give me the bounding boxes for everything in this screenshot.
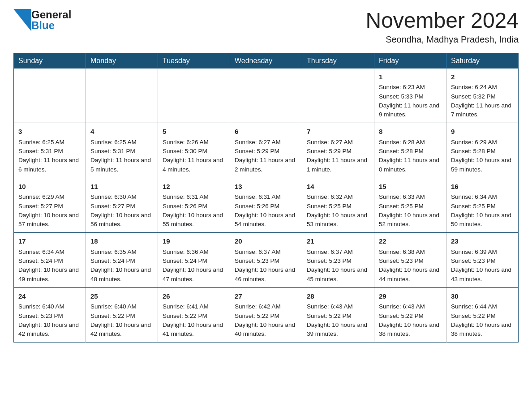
calendar-week-row: 3Sunrise: 6:25 AM Sunset: 5:31 PM Daylig…: [14, 123, 519, 178]
day-info: Sunrise: 6:34 AM Sunset: 5:24 PM Dayligh…: [18, 248, 79, 283]
table-row: 13Sunrise: 6:31 AM Sunset: 5:26 PM Dayli…: [230, 178, 302, 233]
table-row: 18Sunrise: 6:35 AM Sunset: 5:24 PM Dayli…: [86, 233, 158, 288]
calendar-week-row: 10Sunrise: 6:29 AM Sunset: 5:27 PM Dayli…: [14, 178, 519, 233]
table-row: [14, 68, 86, 123]
table-row: 19Sunrise: 6:36 AM Sunset: 5:24 PM Dayli…: [158, 233, 230, 288]
col-wednesday: Wednesday: [230, 53, 302, 68]
location-subtitle: Seondha, Madhya Pradesh, India: [365, 34, 519, 45]
calendar-header-row: Sunday Monday Tuesday Wednesday Thursday…: [14, 53, 519, 68]
svg-marker-0: [13, 9, 31, 31]
day-info: Sunrise: 6:43 AM Sunset: 5:22 PM Dayligh…: [379, 303, 439, 337]
calendar-week-row: 1Sunrise: 6:23 AM Sunset: 5:33 PM Daylig…: [14, 68, 519, 123]
table-row: 30Sunrise: 6:44 AM Sunset: 5:22 PM Dayli…: [446, 287, 519, 342]
day-number: 30: [451, 291, 514, 302]
day-number: 21: [307, 236, 369, 247]
logo-icon: [13, 9, 31, 31]
table-row: 24Sunrise: 6:40 AM Sunset: 5:23 PM Dayli…: [14, 287, 86, 342]
col-thursday: Thursday: [302, 53, 374, 68]
day-info: Sunrise: 6:35 AM Sunset: 5:24 PM Dayligh…: [90, 248, 151, 283]
day-info: Sunrise: 6:31 AM Sunset: 5:26 PM Dayligh…: [163, 193, 223, 227]
day-number: 25: [90, 291, 153, 302]
table-row: 26Sunrise: 6:41 AM Sunset: 5:22 PM Dayli…: [158, 287, 230, 342]
logo-blue-text: Blue: [31, 20, 71, 31]
day-number: 20: [235, 236, 297, 247]
day-info: Sunrise: 6:37 AM Sunset: 5:23 PM Dayligh…: [307, 248, 367, 283]
day-info: Sunrise: 6:33 AM Sunset: 5:25 PM Dayligh…: [379, 193, 439, 227]
day-number: 26: [163, 291, 225, 302]
table-row: [302, 68, 374, 123]
day-info: Sunrise: 6:34 AM Sunset: 5:25 PM Dayligh…: [451, 193, 511, 227]
table-row: [230, 68, 302, 123]
day-info: Sunrise: 6:25 AM Sunset: 5:31 PM Dayligh…: [90, 139, 151, 173]
day-number: 10: [18, 182, 81, 192]
col-sunday: Sunday: [14, 53, 86, 68]
table-row: 4Sunrise: 6:25 AM Sunset: 5:31 PM Daylig…: [86, 123, 158, 178]
day-info: Sunrise: 6:28 AM Sunset: 5:28 PM Dayligh…: [379, 139, 439, 173]
day-info: Sunrise: 6:27 AM Sunset: 5:29 PM Dayligh…: [235, 139, 295, 173]
table-row: 25Sunrise: 6:40 AM Sunset: 5:22 PM Dayli…: [86, 287, 158, 342]
table-row: 5Sunrise: 6:26 AM Sunset: 5:30 PM Daylig…: [158, 123, 230, 178]
day-number: 4: [90, 127, 153, 137]
day-number: 15: [379, 182, 442, 192]
table-row: 17Sunrise: 6:34 AM Sunset: 5:24 PM Dayli…: [14, 233, 86, 288]
day-number: 5: [163, 127, 225, 137]
logo: General Blue: [13, 9, 71, 31]
day-number: 28: [307, 291, 369, 302]
table-row: 1Sunrise: 6:23 AM Sunset: 5:33 PM Daylig…: [374, 68, 446, 123]
table-row: [86, 68, 158, 123]
day-number: 23: [451, 236, 514, 247]
table-row: 15Sunrise: 6:33 AM Sunset: 5:25 PM Dayli…: [374, 178, 446, 233]
table-row: 28Sunrise: 6:43 AM Sunset: 5:22 PM Dayli…: [302, 287, 374, 342]
day-number: 27: [235, 291, 297, 302]
logo-text-block: General Blue: [31, 9, 71, 31]
day-number: 18: [90, 236, 153, 247]
col-saturday: Saturday: [446, 53, 519, 68]
day-number: 3: [18, 127, 81, 137]
col-monday: Monday: [86, 53, 158, 68]
day-info: Sunrise: 6:39 AM Sunset: 5:23 PM Dayligh…: [451, 248, 511, 283]
day-number: 24: [18, 291, 81, 302]
day-info: Sunrise: 6:24 AM Sunset: 5:32 PM Dayligh…: [451, 84, 511, 118]
table-row: 14Sunrise: 6:32 AM Sunset: 5:25 PM Dayli…: [302, 178, 374, 233]
day-number: 14: [307, 182, 369, 192]
day-number: 1: [379, 72, 442, 82]
day-info: Sunrise: 6:27 AM Sunset: 5:29 PM Dayligh…: [307, 139, 367, 173]
table-row: 12Sunrise: 6:31 AM Sunset: 5:26 PM Dayli…: [158, 178, 230, 233]
day-number: 29: [379, 291, 442, 302]
logo-general-text: General: [31, 9, 71, 20]
table-row: 2Sunrise: 6:24 AM Sunset: 5:32 PM Daylig…: [446, 68, 519, 123]
table-row: 27Sunrise: 6:42 AM Sunset: 5:22 PM Dayli…: [230, 287, 302, 342]
day-number: 16: [451, 182, 514, 192]
day-info: Sunrise: 6:32 AM Sunset: 5:25 PM Dayligh…: [307, 193, 367, 227]
day-number: 17: [18, 236, 81, 247]
page-header: General Blue November 2024 Seondha, Madh…: [13, 9, 519, 45]
table-row: 22Sunrise: 6:38 AM Sunset: 5:23 PM Dayli…: [374, 233, 446, 288]
table-row: 11Sunrise: 6:30 AM Sunset: 5:27 PM Dayli…: [86, 178, 158, 233]
table-row: 16Sunrise: 6:34 AM Sunset: 5:25 PM Dayli…: [446, 178, 519, 233]
table-row: 8Sunrise: 6:28 AM Sunset: 5:28 PM Daylig…: [374, 123, 446, 178]
day-number: 2: [451, 72, 514, 82]
table-row: 29Sunrise: 6:43 AM Sunset: 5:22 PM Dayli…: [374, 287, 446, 342]
table-row: 9Sunrise: 6:29 AM Sunset: 5:28 PM Daylig…: [446, 123, 519, 178]
day-number: 19: [163, 236, 225, 247]
table-row: 7Sunrise: 6:27 AM Sunset: 5:29 PM Daylig…: [302, 123, 374, 178]
day-info: Sunrise: 6:42 AM Sunset: 5:22 PM Dayligh…: [235, 303, 295, 337]
day-number: 9: [451, 127, 514, 137]
table-row: 10Sunrise: 6:29 AM Sunset: 5:27 PM Dayli…: [14, 178, 86, 233]
day-info: Sunrise: 6:38 AM Sunset: 5:23 PM Dayligh…: [379, 248, 439, 283]
day-info: Sunrise: 6:23 AM Sunset: 5:33 PM Dayligh…: [379, 84, 439, 118]
day-info: Sunrise: 6:43 AM Sunset: 5:22 PM Dayligh…: [307, 303, 367, 337]
day-info: Sunrise: 6:29 AM Sunset: 5:28 PM Dayligh…: [451, 139, 511, 173]
day-info: Sunrise: 6:31 AM Sunset: 5:26 PM Dayligh…: [235, 193, 295, 227]
table-row: 23Sunrise: 6:39 AM Sunset: 5:23 PM Dayli…: [446, 233, 519, 288]
day-number: 11: [90, 182, 153, 192]
calendar-week-row: 24Sunrise: 6:40 AM Sunset: 5:23 PM Dayli…: [14, 287, 519, 342]
day-info: Sunrise: 6:36 AM Sunset: 5:24 PM Dayligh…: [163, 248, 223, 283]
day-info: Sunrise: 6:26 AM Sunset: 5:30 PM Dayligh…: [163, 139, 223, 173]
day-info: Sunrise: 6:29 AM Sunset: 5:27 PM Dayligh…: [18, 193, 79, 227]
col-tuesday: Tuesday: [158, 53, 230, 68]
day-number: 13: [235, 182, 297, 192]
table-row: 3Sunrise: 6:25 AM Sunset: 5:31 PM Daylig…: [14, 123, 86, 178]
table-row: [158, 68, 230, 123]
day-number: 6: [235, 127, 297, 137]
